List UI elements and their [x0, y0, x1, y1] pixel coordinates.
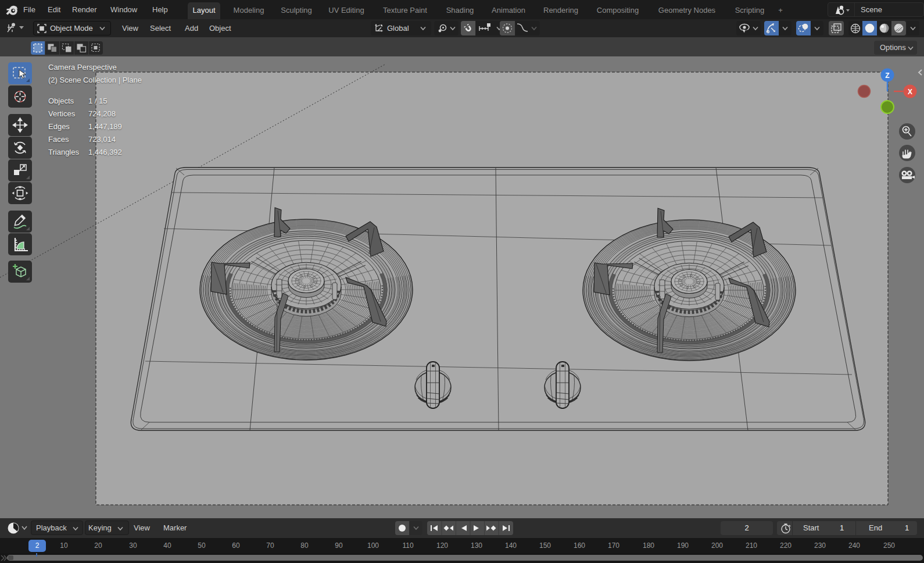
svg-text:X: X: [908, 88, 912, 96]
svg-text:Z: Z: [885, 72, 889, 80]
